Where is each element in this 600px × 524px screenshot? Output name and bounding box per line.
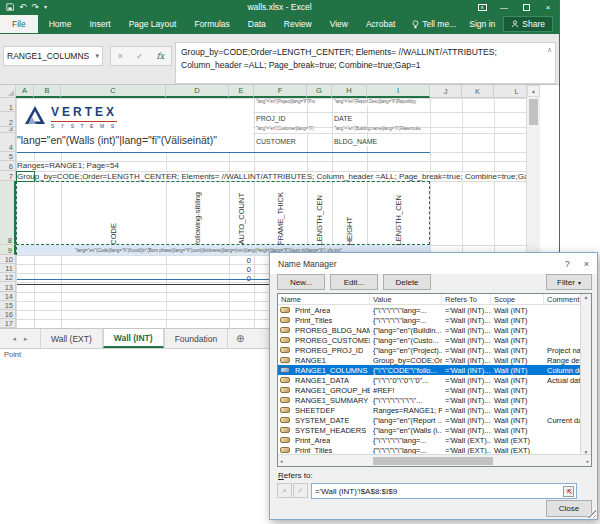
row-header-11[interactable]: 11 [0,264,16,273]
row-header-15[interactable]: 15 [0,301,16,310]
refers-confirm-icon[interactable]: ✓ [293,483,308,498]
row-header-13[interactable]: 13 [0,282,16,292]
column-header-K[interactable]: K [462,85,494,98]
list-horizontal-scrollbar[interactable]: ◂ ▸ [278,454,591,466]
confirm-entry-icon[interactable]: ✓ [136,51,143,61]
name-list-row[interactable]: RANGE1_COLUMNS{"\"\"CODE"\"follo...='Wal… [278,365,591,375]
vertical-header-length_cen[interactable]: LENGTH_CEN [315,195,324,245]
cell-H1[interactable]: "lang"="en"(Report Desc)|lang="fi"(Rapor… [334,100,416,105]
name-list-row[interactable]: SYSTEM_DATE{"lang="en"(Report ...='Wall … [278,415,591,425]
new-sheet-icon[interactable]: ⊕ [228,329,252,348]
column-header-G[interactable]: G [307,85,332,98]
collapse-formula-bar-icon[interactable]: ∧ [547,45,552,56]
row-header-17[interactable]: 17 [0,319,16,328]
column-header-J[interactable]: J [430,85,462,98]
tab-review[interactable]: Review [275,16,321,32]
cell-A4-title[interactable]: "lang="en"(Walls (int)"|lang="fi"(Välise… [17,135,217,147]
vertical-header-frame_thick[interactable]: FRAME_THICK [276,192,285,245]
sheet-tab-wall-ext[interactable]: Wall (EXT) [40,329,103,348]
tab-page-layout[interactable]: Page Layout [120,16,186,32]
column-header-B[interactable]: B [34,85,61,98]
column-header-C[interactable]: C [61,85,166,98]
dialog-title-bar[interactable]: Name Manager ? × [270,253,597,274]
tab-formulas[interactable]: Formulas [185,16,238,32]
refers-cancel-icon[interactable]: × [277,483,292,498]
list-hscroll-thumb[interactable] [373,457,493,465]
cell-zero[interactable]: 0 [229,256,253,265]
name-list-row[interactable]: RANGE1_DATA{"\"\"\"0"\"0"\"0"...='Wall (… [278,375,591,385]
column-header-E[interactable]: E [229,85,254,98]
name-list-row[interactable]: RANGE1_GROUP_HEA...#REF!='Wall (INT)...W… [278,385,591,395]
row-header-2[interactable]: 2 [0,112,16,127]
row-header-12[interactable]: 12 [0,273,16,282]
name-list-row[interactable]: RANGE1_SUMMARY{"\"\"\"\"\"\"\"\"...='Wal… [278,395,591,405]
cancel-entry-icon[interactable]: × [118,51,123,61]
cell-F3[interactable]: "lang"="en"(Customer)|lang="fi"( [256,127,314,132]
tell-me[interactable]: Tell me... [404,19,464,29]
column-header-I[interactable]: I [367,85,430,98]
dialog-close-icon[interactable]: × [584,259,589,269]
delete-button[interactable]: Delete [383,274,431,290]
cell-A7[interactable]: Group_by=CODE;Order=LENGTH_CENTER; Eleme… [17,173,540,182]
new-button[interactable]: New... [277,274,325,290]
list-vertical-scrollbar[interactable]: ▲ ▼ [580,294,591,455]
row-header-16[interactable]: 16 [0,310,16,319]
name-list-row[interactable]: PROREG_BLDG_NAME{"lang="en"(Buildin...='… [278,325,591,335]
close-window-icon[interactable]: × [537,0,559,14]
minimize-icon[interactable]: — [493,0,515,14]
row-header-14[interactable]: 14 [0,292,16,301]
tab-acrobat[interactable]: Acrobat [357,16,404,32]
list-scroll-left-icon[interactable]: ◂ [280,458,283,464]
name-box-dropdown-icon[interactable]: ▾ [95,52,99,60]
row-header-1[interactable]: 1 [0,98,16,112]
row-header-4[interactable]: 4 [0,133,16,152]
name-list-row[interactable]: SYSTEM_HEADERS{"lang="en"(Walls (i...='W… [278,425,591,435]
vertical-header-height[interactable]: HEIGHT [345,217,354,245]
cell-A6[interactable]: Ranges=RANGE1; Page=54 [17,162,119,171]
scrollbar-thumb[interactable] [529,99,538,125]
vertical-header-length_cen[interactable]: LENGTH_CEN [394,195,403,245]
tab-view[interactable]: View [321,16,357,32]
column-header-F[interactable]: F [254,85,307,98]
name-list-row[interactable]: SHEETDEFRanges=RANGE1; P...='Wall (INT).… [278,405,591,415]
row-header-5[interactable]: 5 [0,152,16,161]
name-list-row[interactable]: PROREG_CUSTOMER{"lang="en"(Custo...='Wal… [278,335,591,345]
col-header-scope[interactable]: Scope [491,294,544,304]
col-header-name[interactable]: Name [278,294,370,304]
col-header-refers-to[interactable]: Refers To [442,294,491,304]
vertical-header-auto_count[interactable]: AUTO_COUNT [237,193,246,245]
share-button[interactable]: Share [503,16,553,32]
list-scroll-right-icon[interactable]: ▸ [586,458,589,464]
list-scroll-up-icon[interactable]: ▲ [584,294,589,300]
sheet-tab-wall-int[interactable]: Wall (INT) [103,329,164,348]
sheet-nav-left-icon[interactable]: ◂ [12,335,16,343]
cell-F1[interactable]: "lang"="en"(Project)|lang="fi"(Pro [256,100,315,105]
column-header-H[interactable]: H [332,85,367,98]
edit-button[interactable]: Edit... [330,274,378,290]
col-header-comment[interactable]: Comment [544,294,582,304]
refers-to-input[interactable]: ='Wall (INT)'!$A$8:$I$9 [311,483,577,499]
name-list-row[interactable]: Print_Area{"\"\"\"\"\"lang=...='Wall (IN… [278,305,591,315]
name-list-row[interactable]: PROREG_PROJ_ID{"lang="en"(Project)...='W… [278,345,591,355]
sign-in[interactable]: Sign in [469,19,495,29]
sheet-tab-foundation[interactable]: Foundation [164,329,229,348]
cell-H3[interactable]: "lang"="en"(Building name)|lang="fi"(Rak… [334,127,421,132]
name-list-row[interactable]: RANGE1Group_by=CODE;Or...='Wall (INT)...… [278,355,591,365]
cell-F2[interactable]: PROJ_ID [256,115,286,123]
column-header-A[interactable]: A [16,85,34,98]
select-all-corner[interactable] [0,85,16,98]
dialog-help-icon[interactable]: ? [565,259,570,269]
row-header-9[interactable]: 9 [0,245,16,255]
name-list-row[interactable]: Print_Titles{"\"\"\"\"\"lang=...='Wall (… [278,315,591,325]
close-button[interactable]: Close [546,500,592,517]
name-box[interactable]: RANGE1_COLUMNS ▾ [3,46,103,66]
sheet-nav-right-icon[interactable]: ▸ [24,335,28,343]
scroll-up-icon[interactable]: ▲ [527,85,540,97]
formula-input[interactable]: Group_by=CODE;Order=LENGTH_CENTER; Eleme… [175,42,556,84]
row-header-10[interactable]: 10 [0,255,16,264]
tab-data[interactable]: Data [239,16,275,32]
cell-H2[interactable]: DATE [334,115,352,123]
row-header-7[interactable]: 7 [0,171,16,181]
ribbon-display-options-icon[interactable]: ∧ [471,0,493,14]
column-header-D[interactable]: D [166,85,229,98]
